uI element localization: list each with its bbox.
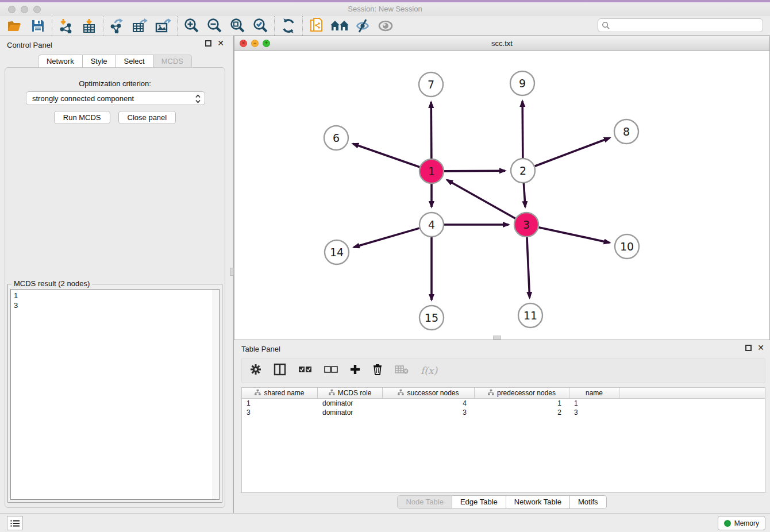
column-header-MCDS-role[interactable]: MCDS role (318, 388, 383, 398)
close-table-panel-icon[interactable]: ✕ (757, 345, 764, 351)
edge-1-7[interactable] (431, 102, 432, 159)
zoom-fit-icon[interactable] (226, 17, 249, 34)
import-table-icon[interactable] (78, 17, 101, 34)
table-panel: Table Panel ✕ (234, 341, 770, 513)
graph-node-8[interactable]: 8 (614, 119, 638, 144)
close-panel-button[interactable]: Close panel (118, 111, 176, 124)
graph-node-3[interactable]: 3 (514, 213, 538, 237)
delete-table-icon[interactable] (395, 365, 409, 376)
criterion-select[interactable]: strongly connected component (26, 91, 205, 105)
cell-name[interactable]: 1 (569, 399, 619, 408)
cell-predecessor-nodes[interactable]: 1 (475, 399, 569, 408)
function-builder-icon[interactable]: f(x) (421, 365, 437, 376)
export-image-icon[interactable] (152, 17, 175, 34)
close-panel-icon[interactable]: ✕ (217, 40, 224, 47)
application-window: Session: New Session (0, 0, 770, 532)
cell-successor-nodes[interactable]: 4 (383, 399, 475, 408)
graph-node-4[interactable]: 4 (419, 213, 444, 237)
tab-edge-table[interactable]: Edge Table (452, 495, 506, 509)
tab-network-table[interactable]: Network Table (506, 495, 570, 509)
run-mcds-button[interactable]: Run MCDS (54, 111, 110, 124)
export-table-icon[interactable] (129, 17, 152, 34)
node-table[interactable]: shared nameMCDS rolesuccessor nodesprede… (241, 387, 765, 493)
control-panel-tabs: NetworkStyleSelectMCDS (0, 55, 230, 68)
deselect-all-icon[interactable] (324, 365, 338, 376)
tab-mcds[interactable]: MCDS (153, 55, 192, 68)
horizontal-splitter-grip[interactable] (493, 336, 501, 340)
result-scrollbar[interactable] (213, 290, 219, 499)
zoom-out-icon[interactable] (203, 17, 226, 34)
cell-name[interactable]: 3 (569, 408, 619, 417)
save-session-icon[interactable] (26, 17, 49, 34)
graph-node-6[interactable]: 6 (324, 126, 348, 150)
table-row[interactable]: 3dominator323 (242, 408, 765, 417)
float-table-panel-icon[interactable] (745, 345, 752, 351)
export-network-icon[interactable] (106, 17, 129, 34)
graph-node-15[interactable]: 15 (419, 306, 444, 330)
column-header-successor-nodes[interactable]: successor nodes (383, 388, 475, 398)
graph-node-11[interactable]: 11 (518, 303, 542, 327)
edge-1-6[interactable] (353, 144, 419, 167)
import-network-icon[interactable] (55, 17, 78, 34)
tab-network[interactable]: Network (38, 55, 83, 68)
edge-3-1[interactable] (447, 180, 515, 218)
select-all-icon[interactable] (298, 365, 312, 376)
search-input[interactable] (610, 20, 763, 31)
edge-3-11[interactable] (527, 237, 530, 298)
graph-node-9[interactable]: 9 (510, 71, 534, 95)
graph-node-1[interactable]: 1 (419, 159, 444, 183)
delete-column-icon[interactable] (372, 364, 383, 377)
graph-node-10[interactable]: 10 (615, 234, 639, 259)
main-titlebar[interactable]: Session: New Session (0, 2, 770, 16)
zoom-selected-icon[interactable] (249, 17, 272, 34)
graph-node-14[interactable]: 14 (325, 240, 349, 264)
column-label: name (586, 389, 603, 397)
tab-select[interactable]: Select (116, 55, 153, 68)
home-layout-icon[interactable] (328, 17, 351, 34)
cell-shared-name[interactable]: 3 (242, 408, 318, 417)
refresh-icon[interactable] (277, 17, 300, 34)
cell-MCDS-role[interactable]: dominator (318, 408, 383, 417)
network-window-titlebar[interactable]: ✕ − + scc.txt (234, 36, 769, 51)
memory-button[interactable]: Memory (718, 516, 765, 530)
cell-predecessor-nodes[interactable]: 2 (475, 408, 569, 417)
splitter-grip[interactable] (230, 268, 234, 276)
edge-4-14[interactable] (354, 228, 419, 247)
edge-1-2[interactable] (444, 171, 505, 171)
task-history-button[interactable] (7, 516, 23, 530)
copy-network-icon[interactable] (305, 17, 328, 34)
show-columns-icon[interactable] (274, 363, 286, 378)
node-label-4: 4 (428, 218, 435, 231)
cell-successor-nodes[interactable]: 3 (383, 408, 475, 417)
tab-node-table[interactable]: Node Table (397, 495, 452, 509)
table-row[interactable]: 1dominator411 (242, 399, 765, 408)
cell-shared-name[interactable]: 1 (242, 399, 318, 408)
column-header-shared-name[interactable]: shared name (242, 388, 318, 398)
edge-2-9[interactable] (522, 101, 523, 158)
column-header-predecessor-nodes[interactable]: predecessor nodes (475, 388, 569, 398)
edge-3-10[interactable] (538, 228, 609, 243)
open-session-icon[interactable] (3, 17, 26, 34)
graph-node-2[interactable]: 2 (511, 159, 535, 183)
column-header-name[interactable]: name (569, 388, 619, 398)
column-label: MCDS role (338, 389, 372, 397)
cell-MCDS-role[interactable]: dominator (318, 399, 383, 408)
tab-motifs[interactable]: Motifs (570, 495, 607, 509)
add-column-icon[interactable] (350, 364, 360, 377)
table-settings-gear-icon[interactable] (250, 364, 261, 377)
vertical-splitter[interactable] (230, 36, 234, 513)
hide-selected-icon[interactable] (351, 17, 374, 34)
network-window-title: scc.txt (234, 39, 769, 48)
mcds-result-text[interactable]: 1 3 (10, 289, 220, 500)
tab-style[interactable]: Style (83, 55, 116, 68)
zoom-in-icon[interactable] (180, 17, 203, 34)
graph-node-7[interactable]: 7 (419, 72, 443, 97)
network-canvas[interactable]: 7968124314101511 (234, 51, 769, 340)
float-panel-icon[interactable] (205, 40, 211, 47)
network-graph[interactable]: 7968124314101511 (234, 51, 769, 340)
list-icon (10, 519, 20, 527)
search-field[interactable] (598, 18, 763, 32)
edge-2-8[interactable] (535, 138, 610, 166)
show-all-icon[interactable] (374, 17, 397, 34)
edge-2-3[interactable] (523, 183, 525, 207)
